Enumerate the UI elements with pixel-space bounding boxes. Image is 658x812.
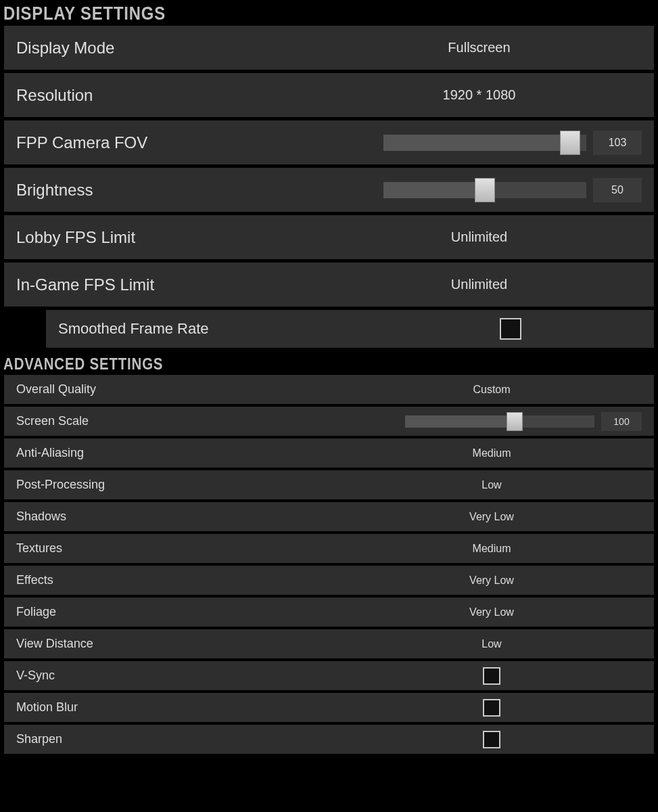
post-processing-value: Low — [481, 479, 501, 491]
display-mode-value: Fullscreen — [448, 40, 510, 55]
textures-row[interactable]: Textures Medium — [4, 534, 654, 564]
textures-value: Medium — [473, 543, 511, 555]
game-fps-value: Unlimited — [451, 277, 507, 292]
fov-slider-fill — [383, 135, 570, 151]
lobby-fps-row[interactable]: Lobby FPS Limit Unlimited — [4, 215, 654, 260]
shadows-value: Very Low — [469, 511, 514, 523]
brightness-slider[interactable] — [383, 182, 586, 198]
motion-blur-label: Motion Blur — [16, 700, 342, 715]
resolution-row[interactable]: Resolution 1920 * 1080 — [4, 73, 654, 118]
vsync-checkbox[interactable] — [483, 667, 500, 685]
smoothed-frame-checkbox[interactable] — [500, 318, 521, 340]
screen-scale-value-box[interactable]: 100 — [601, 412, 642, 431]
foliage-row[interactable]: Foliage Very Low — [4, 597, 654, 627]
anti-aliasing-value: Medium — [473, 447, 511, 459]
fov-value-box[interactable]: 103 — [593, 131, 642, 155]
screen-scale-slider[interactable] — [405, 415, 594, 428]
textures-label: Textures — [16, 541, 342, 556]
game-fps-row[interactable]: In-Game FPS Limit Unlimited — [4, 263, 654, 307]
display-settings-header: DISPLAY SETTINGS — [0, 0, 559, 26]
fov-slider-thumb[interactable] — [560, 131, 580, 155]
shadows-row[interactable]: Shadows Very Low — [4, 502, 654, 532]
smoothed-frame-row[interactable]: Smoothed Frame Rate — [46, 310, 654, 348]
lobby-fps-label: Lobby FPS Limit — [16, 228, 316, 247]
smoothed-frame-label: Smoothed Frame Rate — [58, 320, 379, 338]
view-distance-value: Low — [481, 638, 501, 650]
advanced-settings-header: ADVANCED SETTINGS — [0, 351, 559, 375]
screen-scale-label: Screen Scale — [16, 414, 342, 428]
post-processing-row[interactable]: Post-Processing Low — [4, 470, 654, 500]
fov-slider[interactable] — [383, 135, 586, 151]
brightness-value-box[interactable]: 50 — [593, 178, 642, 202]
sharpen-row[interactable]: Sharpen — [4, 725, 654, 754]
brightness-slider-fill — [383, 182, 485, 198]
motion-blur-checkbox[interactable] — [483, 699, 500, 717]
effects-value: Very Low — [469, 574, 514, 587]
screen-scale-row: Screen Scale 100 — [4, 407, 654, 436]
display-mode-label: Display Mode — [16, 39, 316, 58]
shadows-label: Shadows — [16, 510, 342, 524]
lobby-fps-value: Unlimited — [451, 229, 507, 245]
display-mode-row[interactable]: Display Mode Fullscreen — [4, 26, 654, 70]
overall-quality-row[interactable]: Overall Quality Custom — [4, 375, 654, 405]
overall-quality-value: Custom — [473, 384, 510, 396]
resolution-value: 1920 * 1080 — [443, 87, 516, 103]
screen-scale-slider-fill — [405, 415, 515, 428]
effects-row[interactable]: Effects Very Low — [4, 566, 654, 595]
view-distance-row[interactable]: View Distance Low — [4, 629, 654, 659]
vsync-label: V-Sync — [16, 669, 342, 683]
anti-aliasing-row[interactable]: Anti-Aliasing Medium — [4, 438, 654, 468]
resolution-label: Resolution — [16, 86, 316, 105]
post-processing-label: Post-Processing — [16, 478, 342, 492]
view-distance-label: View Distance — [16, 637, 342, 651]
sharpen-checkbox[interactable] — [483, 731, 500, 748]
foliage-label: Foliage — [16, 605, 342, 619]
vsync-row[interactable]: V-Sync — [4, 661, 654, 691]
foliage-value: Very Low — [469, 606, 514, 618]
game-fps-label: In-Game FPS Limit — [16, 275, 316, 294]
fov-label: FPP Camera FOV — [16, 133, 316, 152]
screen-scale-slider-thumb[interactable] — [507, 412, 523, 431]
brightness-label: Brightness — [16, 181, 316, 200]
anti-aliasing-label: Anti-Aliasing — [16, 446, 342, 460]
brightness-row: Brightness 50 — [4, 168, 654, 212]
fov-row: FPP Camera FOV 103 — [4, 120, 654, 165]
effects-label: Effects — [16, 573, 342, 587]
sharpen-label: Sharpen — [16, 732, 342, 746]
overall-quality-label: Overall Quality — [16, 382, 342, 397]
motion-blur-row[interactable]: Motion Blur — [4, 693, 654, 723]
brightness-slider-thumb[interactable] — [475, 178, 495, 202]
